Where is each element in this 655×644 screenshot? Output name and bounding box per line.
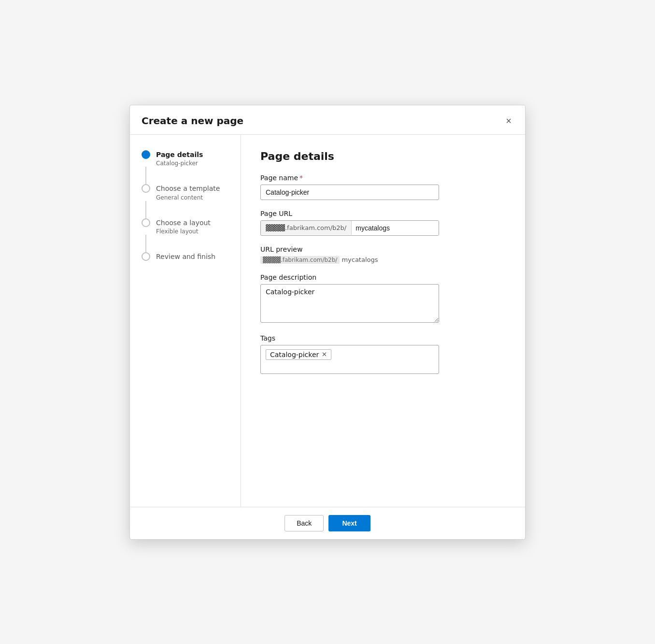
steps-list: Page details Catalog-picker Choose a tem… (142, 150, 231, 262)
url-preview-suffix: mycatalogs (342, 256, 378, 263)
step-label-1: Page details (156, 150, 203, 160)
tags-input-box[interactable]: Catalog-picker ✕ (260, 345, 439, 374)
step-label-2: Choose a template (156, 184, 220, 194)
tags-group: Tags Catalog-picker ✕ (260, 334, 506, 374)
step-line-2 (145, 201, 146, 218)
step-sublabel-2: General content (156, 194, 220, 201)
url-input-row: ▓▓▓▓.fabrikam.com/b2b/ (260, 220, 439, 236)
page-url-label: Page URL (260, 210, 506, 217)
step-sublabel-1: Catalog-picker (156, 160, 203, 167)
url-preview-label: URL preview (260, 245, 506, 253)
main-content: Page details Page name* Page URL ▓▓▓▓.fa… (241, 135, 525, 507)
step-connector-3 (142, 218, 150, 227)
step-dot-1 (142, 150, 150, 159)
step-connector-1 (142, 150, 150, 159)
step-content-3: Choose a layout Flexible layout (156, 218, 211, 235)
required-star: * (299, 174, 303, 182)
tag-label: Catalog-picker (270, 351, 319, 358)
step-connector-2 (142, 184, 150, 193)
dialog-body: Page details Catalog-picker Choose a tem… (130, 135, 525, 507)
step-review-finish: Review and finish (142, 252, 231, 262)
step-content-4: Review and finish (156, 252, 215, 262)
dialog-title: Create a new page (142, 115, 243, 127)
step-connector-4 (142, 252, 150, 261)
close-button[interactable]: × (504, 114, 513, 128)
create-new-page-dialog: Create a new page × Page details Catalog… (129, 105, 526, 540)
page-description-group: Page description Catalog-picker (260, 273, 506, 325)
url-prefix: ▓▓▓▓.fabrikam.com/b2b/ (261, 221, 352, 235)
tag-remove-button[interactable]: ✕ (322, 351, 327, 358)
step-sublabel-3: Flexible layout (156, 228, 211, 235)
page-description-label: Page description (260, 273, 506, 281)
tag-chip-catalog-picker: Catalog-picker ✕ (266, 349, 331, 360)
page-name-label: Page name* (260, 174, 506, 182)
step-dot-4 (142, 252, 150, 261)
step-label-3: Choose a layout (156, 218, 211, 228)
step-page-details: Page details Catalog-picker (142, 150, 231, 185)
step-dot-2 (142, 184, 150, 193)
step-content-1: Page details Catalog-picker (156, 150, 203, 167)
sidebar: Page details Catalog-picker Choose a tem… (130, 135, 241, 507)
step-dot-3 (142, 218, 150, 227)
url-preview-prefix: ▓▓▓▓.fabrikam.com/b2b/ (260, 256, 340, 264)
tags-label: Tags (260, 334, 506, 342)
page-description-input[interactable]: Catalog-picker (260, 284, 439, 323)
step-label-4: Review and finish (156, 252, 215, 262)
back-button[interactable]: Back (285, 515, 324, 531)
page-url-group: Page URL ▓▓▓▓.fabrikam.com/b2b/ (260, 210, 506, 236)
step-choose-layout: Choose a layout Flexible layout (142, 218, 231, 253)
section-title: Page details (260, 150, 506, 162)
step-content-2: Choose a template General content (156, 184, 220, 201)
next-button[interactable]: Next (328, 515, 370, 531)
step-choose-template: Choose a template General content (142, 184, 231, 218)
url-suffix-input[interactable] (352, 221, 439, 235)
dialog-header: Create a new page × (130, 105, 525, 135)
step-line-1 (145, 167, 146, 184)
url-preview-group: URL preview ▓▓▓▓.fabrikam.com/b2b/mycata… (260, 245, 506, 264)
page-name-group: Page name* (260, 174, 506, 200)
dialog-footer: Back Next (130, 507, 525, 539)
page-name-input[interactable] (260, 185, 439, 200)
url-preview-text: ▓▓▓▓.fabrikam.com/b2b/mycatalogs (260, 256, 506, 264)
step-line-3 (145, 235, 146, 252)
